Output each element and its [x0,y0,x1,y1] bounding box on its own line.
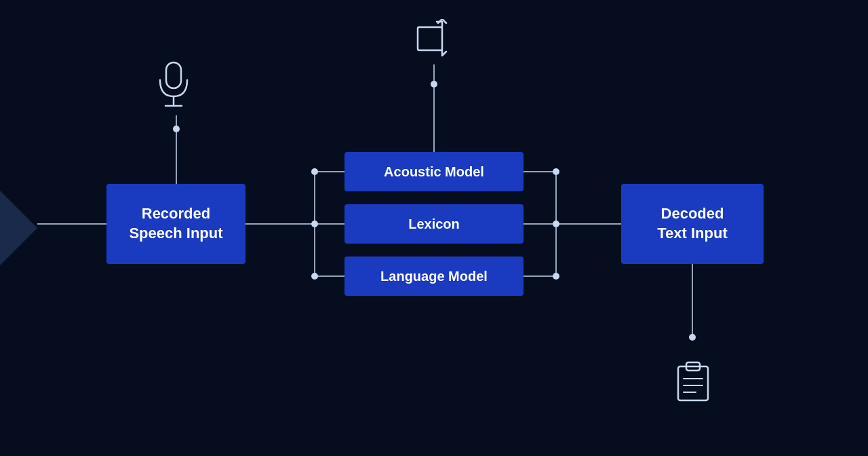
svg-rect-23 [166,62,181,88]
svg-point-16 [311,168,318,175]
acoustic-model-box: Acoustic Model [344,152,524,191]
recorded-speech-label: Recorded Speech Input [129,204,222,243]
recorded-speech-input-box: Recorded Speech Input [106,184,245,264]
language-model-label: Language Model [380,269,488,284]
decoded-text-label: Decoded Text Input [657,204,727,243]
svg-point-15 [553,221,559,227]
svg-point-21 [431,81,437,88]
svg-point-18 [553,168,559,175]
decoded-text-input-box: Decoded Text Input [621,184,764,264]
diagram-container: Recorded Speech Input Acoustic Model Lex… [0,0,868,456]
language-model-box: Language Model [344,256,524,296]
svg-rect-26 [418,27,442,50]
clipboard-icon [675,360,711,404]
lexicon-box: Lexicon [344,204,524,244]
left-arrow-indicator [0,191,37,265]
svg-point-17 [311,273,318,280]
svg-rect-27 [678,366,708,400]
loop-icon [412,19,452,61]
microphone-icon [156,61,191,110]
svg-point-22 [689,334,696,341]
svg-point-19 [553,273,559,280]
svg-point-14 [311,221,318,227]
lexicon-label: Lexicon [408,216,460,232]
acoustic-model-label: Acoustic Model [384,164,484,180]
svg-point-20 [173,126,180,132]
